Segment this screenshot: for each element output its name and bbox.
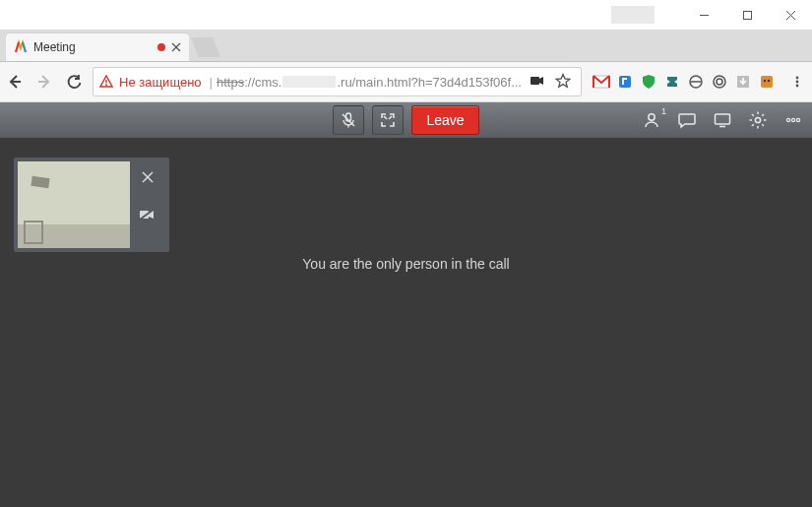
bookmark-star-icon[interactable]	[551, 73, 575, 92]
tab-title: Meeting	[33, 40, 76, 54]
extension-gmail-icon[interactable]	[590, 70, 613, 94]
svg-point-15	[714, 76, 725, 88]
self-view-close-button[interactable]	[138, 167, 157, 187]
forward-button[interactable]	[30, 67, 59, 96]
meeting-content: Leave 1	[0, 102, 812, 507]
svg-rect-1	[743, 11, 751, 19]
camera-indicator-icon[interactable]	[524, 74, 551, 91]
svg-point-19	[764, 80, 766, 82]
extension-blue-icon[interactable]	[613, 70, 637, 94]
omnibox[interactable]: Не защищено | https ://cms. .ru/main.htm…	[93, 67, 582, 96]
url-pre: ://cms.	[244, 75, 281, 90]
leave-button-label: Leave	[426, 112, 464, 128]
svg-point-42	[791, 118, 794, 121]
tab-strip: Meeting	[0, 30, 812, 62]
insecure-icon	[99, 75, 113, 89]
participants-button[interactable]: 1	[641, 109, 662, 131]
svg-point-22	[796, 81, 799, 84]
svg-rect-30	[716, 114, 730, 124]
svg-line-26	[343, 114, 354, 126]
svg-rect-18	[761, 76, 773, 88]
reload-button[interactable]	[59, 67, 89, 96]
extension-icons	[586, 70, 782, 94]
svg-line-28	[389, 116, 392, 119]
svg-rect-12	[619, 76, 631, 88]
new-tab-button[interactable]	[191, 37, 219, 57]
security-label: Не защищено	[119, 75, 202, 90]
participants-badge: 1	[661, 106, 666, 116]
mute-mic-button[interactable]	[333, 105, 364, 135]
svg-line-39	[752, 124, 754, 126]
screen-share-button[interactable]	[712, 109, 733, 131]
window-titlebar	[0, 0, 812, 30]
chat-button[interactable]	[676, 109, 698, 131]
svg-point-20	[768, 80, 770, 82]
svg-line-27	[384, 116, 387, 119]
self-view-tile[interactable]	[14, 158, 169, 252]
address-bar: Не защищено | https ://cms. .ru/main.htm…	[0, 62, 812, 102]
url-redacted	[282, 76, 336, 88]
meeting-body: You are the only person in the call	[0, 138, 812, 507]
tab-favicon-icon	[14, 39, 30, 55]
extension-circle-c-icon[interactable]	[708, 70, 731, 94]
svg-point-16	[717, 79, 722, 85]
svg-line-38	[762, 124, 764, 126]
fullscreen-button[interactable]	[372, 105, 404, 135]
meeting-toolbar: Leave 1	[0, 102, 812, 138]
url-post: .ru/main.html?h=73d4d153f06f...	[337, 75, 522, 90]
svg-rect-10	[531, 77, 539, 85]
extension-teal-icon[interactable]	[660, 70, 684, 94]
browser-menu-button[interactable]	[782, 67, 812, 96]
extension-circle-line-icon[interactable]	[684, 70, 708, 94]
recording-indicator-icon	[157, 43, 165, 51]
back-button[interactable]	[0, 67, 30, 96]
svg-line-40	[762, 114, 764, 116]
extension-orange-icon[interactable]	[755, 70, 779, 94]
title-placeholder	[611, 6, 655, 24]
window-minimize-button[interactable]	[682, 0, 725, 30]
svg-point-9	[105, 84, 107, 86]
extension-shield-icon[interactable]	[637, 70, 660, 94]
tab-close-button[interactable]	[169, 40, 183, 54]
self-view-thumbnail	[18, 161, 130, 248]
svg-point-21	[796, 77, 799, 80]
svg-line-37	[752, 114, 754, 116]
extension-download-icon[interactable]	[731, 70, 755, 94]
settings-button[interactable]	[747, 109, 769, 131]
svg-point-41	[786, 118, 789, 121]
leave-button[interactable]: Leave	[411, 105, 478, 135]
svg-point-32	[755, 117, 760, 122]
separator: |	[210, 75, 213, 90]
svg-point-29	[649, 114, 655, 120]
svg-point-43	[796, 118, 799, 121]
window-maximize-button[interactable]	[725, 0, 769, 30]
svg-point-23	[796, 85, 799, 88]
self-view-camera-off-icon[interactable]	[138, 205, 157, 224]
window-close-button[interactable]	[769, 0, 812, 30]
url-protocol: https	[217, 75, 244, 90]
more-button[interactable]	[782, 109, 804, 131]
browser-tab[interactable]: Meeting	[6, 33, 189, 61]
status-text: You are the only person in the call	[0, 256, 812, 272]
